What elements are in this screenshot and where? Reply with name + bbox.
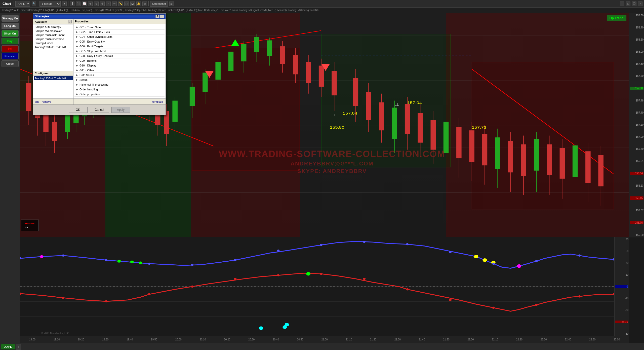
timeframe-dropdown-icon[interactable]: ▼ bbox=[62, 2, 67, 6]
svg-rect-10 bbox=[26, 83, 31, 111]
prop-order-handling[interactable]: ▶ Order handling bbox=[74, 87, 165, 92]
infobar-text: Trading123AutoTraderN8/Trading123Fibs(AA… bbox=[2, 9, 318, 12]
dialog-help-button[interactable]: ? bbox=[155, 15, 159, 18]
prop-g10[interactable]: ▶ G10 - Display bbox=[74, 63, 165, 68]
svg-point-122 bbox=[474, 255, 478, 258]
avail-item-5[interactable]: Trading123AutoTraderN8 bbox=[34, 45, 73, 49]
symbol-select[interactable]: AAPL bbox=[15, 1, 30, 7]
avail-item-0[interactable]: Sample ATM strategy bbox=[34, 25, 73, 29]
zoom-out-icon[interactable]: ⊖ bbox=[94, 2, 99, 6]
osc-y-axis: 70 50 30 10 0 -10 -30 -38.16 -50 bbox=[614, 237, 629, 336]
svg-rect-62 bbox=[306, 62, 311, 83]
draw-icon[interactable]: ✏ bbox=[112, 2, 117, 6]
prop-data-series[interactable]: ▶ Data Series bbox=[74, 73, 165, 78]
screenshot-button[interactable]: Screenshot bbox=[150, 1, 168, 7]
prop-g08[interactable]: ▶ G08 - Daily Equity Controls bbox=[74, 54, 165, 58]
svg-point-146 bbox=[148, 293, 150, 295]
properties-list: ▶ G01 - Trend Setup ▶ G02 - Time Filters… bbox=[73, 24, 166, 98]
prop-g04-label: G04 - Other Dynamic Exits bbox=[79, 35, 112, 38]
cancel-button[interactable]: Cancel bbox=[90, 107, 109, 113]
avail-item-3[interactable]: Sample multi-timeframe bbox=[34, 37, 73, 41]
menu-icon[interactable]: ☰ bbox=[169, 2, 174, 6]
sell-button[interactable]: Sell bbox=[2, 45, 19, 52]
alert-icon[interactable]: 🔔 bbox=[136, 2, 141, 6]
price-155-75-highlight: 155.75 bbox=[630, 221, 643, 224]
prop-setup-arrow: ▶ bbox=[75, 78, 78, 81]
svg-rect-72 bbox=[379, 102, 384, 130]
osc-y-special: -38.16 bbox=[615, 321, 628, 323]
prop-g09[interactable]: ▶ G09 - Buttons bbox=[74, 58, 165, 63]
properties-header: Properties bbox=[73, 19, 166, 24]
restore-icon[interactable]: ❐ bbox=[632, 2, 636, 6]
configured-label: Configured bbox=[35, 72, 50, 75]
add-link[interactable]: add bbox=[35, 100, 39, 103]
prop-historical[interactable]: ▶ Historical fill processing bbox=[74, 82, 165, 87]
long-on-button[interactable]: Long On bbox=[2, 23, 19, 29]
remove-link[interactable]: remove bbox=[42, 100, 51, 103]
add-tab-button[interactable]: + bbox=[16, 344, 21, 349]
prop-order-properties-label: Order properties bbox=[79, 93, 100, 96]
aapl-tab[interactable]: AAPL bbox=[1, 344, 15, 349]
template-link[interactable]: template bbox=[152, 100, 163, 103]
prop-order-properties[interactable]: ▶ Order properties bbox=[74, 92, 165, 97]
config-item-0[interactable]: Trading123AutoTraderN8 bbox=[34, 76, 73, 80]
svg-rect-80 bbox=[430, 120, 436, 150]
zoom-in-icon[interactable]: ⊕ bbox=[88, 2, 93, 6]
time-2120: 21:20 bbox=[361, 338, 385, 341]
svg-point-152 bbox=[406, 288, 409, 290]
svg-rect-1 bbox=[192, 48, 300, 171]
bar-chart-icon[interactable]: ▐ bbox=[70, 2, 74, 6]
prop-g11[interactable]: ▶ G11 - Other bbox=[74, 68, 165, 73]
symbol-search-icon[interactable]: 🔍 bbox=[32, 2, 36, 6]
timeframe-select[interactable]: 1 Minute 5 Minutes 15 Minutes bbox=[39, 1, 61, 7]
line-chart-icon[interactable]: 📈 bbox=[82, 2, 87, 6]
indicator-icon[interactable]: ⬚ bbox=[124, 2, 129, 6]
avail-item-4[interactable]: StrategyFinder bbox=[34, 41, 73, 45]
time-2030: 20:30 bbox=[239, 338, 264, 341]
svg-rect-18 bbox=[65, 115, 70, 132]
price-156-64: 156.64 bbox=[630, 160, 643, 162]
short-on-button[interactable]: Short On bbox=[2, 30, 19, 37]
time-2250: 22:50 bbox=[580, 338, 605, 341]
apply-button[interactable]: Apply bbox=[111, 107, 130, 113]
prop-g01[interactable]: ▶ G01 - Trend Setup bbox=[74, 25, 165, 30]
arrow-icon[interactable]: ↖ bbox=[106, 2, 111, 6]
close-button[interactable]: Close bbox=[2, 60, 19, 67]
svg-rect-48 bbox=[215, 62, 221, 80]
svg-point-121 bbox=[306, 272, 310, 276]
window-close-icon[interactable]: × bbox=[638, 2, 642, 6]
time-2300: 23:00 bbox=[605, 338, 629, 341]
prop-g07[interactable]: ▶ G07 - Stop Loss Mod bbox=[74, 49, 165, 54]
buy-button[interactable]: Buy bbox=[2, 38, 19, 44]
ok-button[interactable]: OK bbox=[69, 107, 88, 113]
prop-g06[interactable]: ▶ G06 - Profit Targets bbox=[74, 44, 165, 49]
prop-g02[interactable]: ▶ G02 - Time Filters / Exits bbox=[74, 30, 165, 34]
prop-setup[interactable]: ▶ Set up bbox=[74, 78, 165, 82]
avail-item-1[interactable]: Sample MA crossover bbox=[34, 29, 73, 33]
dialog-close-button[interactable]: × bbox=[160, 15, 164, 18]
tab-bar: AAPL + bbox=[0, 343, 644, 350]
price-157-00: 157.00 bbox=[630, 135, 643, 138]
osc-y-30: 30 bbox=[615, 262, 628, 264]
svg-point-153 bbox=[449, 299, 452, 301]
grid-icon[interactable]: ⊞ bbox=[142, 2, 147, 6]
reverse-button[interactable]: Reverse bbox=[2, 53, 19, 59]
svg-point-150 bbox=[320, 273, 323, 275]
candlestick-icon[interactable]: ⬛ bbox=[76, 2, 80, 6]
prop-g05[interactable]: ▶ G05 - Entry Quantity bbox=[74, 39, 165, 44]
prop-data-series-label: Data Series bbox=[79, 74, 94, 77]
maximize-icon[interactable]: □ bbox=[626, 2, 630, 6]
strategy-on-button[interactable]: Strategy On bbox=[2, 15, 19, 22]
strategy-icon[interactable]: ⬕ bbox=[130, 2, 135, 6]
prop-g04[interactable]: ▶ G04 - Other Dynamic Exits bbox=[74, 34, 165, 39]
strategies-dialog: Strategies ? × Available i Sample ATM st… bbox=[33, 13, 166, 115]
available-header: Available i bbox=[33, 19, 73, 24]
crosshair-icon[interactable]: ✛ bbox=[100, 2, 105, 6]
svg-rect-94 bbox=[521, 144, 526, 176]
avail-item-2[interactable]: Sample multi-instrument bbox=[34, 33, 73, 37]
info-icon[interactable]: i bbox=[68, 20, 72, 23]
price-157-80: 157.80 bbox=[630, 62, 643, 65]
svg-rect-96 bbox=[534, 139, 539, 171]
minimize-icon[interactable]: _ bbox=[620, 2, 624, 6]
measure-icon[interactable]: 📏 bbox=[118, 2, 123, 6]
